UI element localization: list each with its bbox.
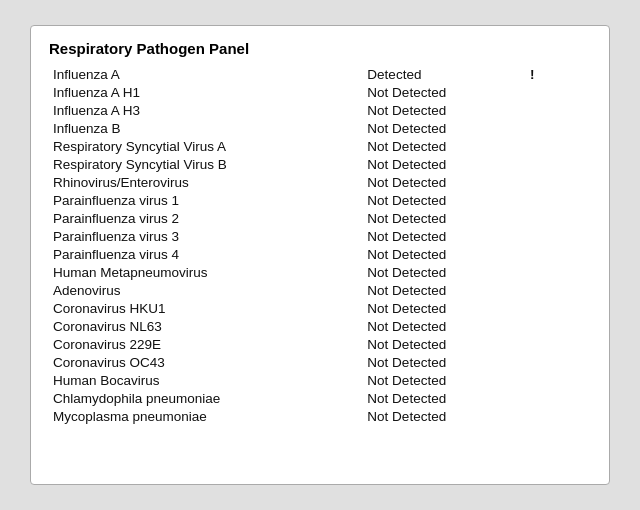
pathogen-name: Influenza A H1 [49,83,363,101]
pathogen-flag [526,263,591,281]
pathogen-flag [526,353,591,371]
panel-title: Respiratory Pathogen Panel [49,40,591,57]
pathogen-result: Not Detected [363,245,526,263]
pathogen-name: Coronavirus OC43 [49,353,363,371]
pathogen-result: Not Detected [363,155,526,173]
table-row: Human MetapneumovirusNot Detected [49,263,591,281]
pathogen-flag [526,407,591,425]
pathogen-name: Coronavirus HKU1 [49,299,363,317]
pathogen-name: Human Metapneumovirus [49,263,363,281]
pathogen-result: Not Detected [363,119,526,137]
pathogen-flag [526,173,591,191]
table-row: Coronavirus HKU1Not Detected [49,299,591,317]
pathogen-result: Not Detected [363,389,526,407]
table-row: Human BocavirusNot Detected [49,371,591,389]
pathogen-result: Not Detected [363,281,526,299]
table-row: Coronavirus 229ENot Detected [49,335,591,353]
table-row: Parainfluenza virus 1Not Detected [49,191,591,209]
pathogen-flag [526,371,591,389]
table-row: Respiratory Syncytial Virus BNot Detecte… [49,155,591,173]
pathogen-flag [526,101,591,119]
table-row: Parainfluenza virus 4Not Detected [49,245,591,263]
table-row: Influenza ADetected! [49,65,591,83]
pathogen-name: Parainfluenza virus 2 [49,209,363,227]
table-row: Chlamydophila pneumoniaeNot Detected [49,389,591,407]
table-row: Mycoplasma pneumoniaeNot Detected [49,407,591,425]
pathogen-name: Parainfluenza virus 4 [49,245,363,263]
pathogen-name: Parainfluenza virus 3 [49,227,363,245]
pathogen-flag [526,209,591,227]
pathogen-name: Human Bocavirus [49,371,363,389]
panel-container: Respiratory Pathogen Panel Influenza ADe… [30,25,610,485]
table-row: Rhinovirus/EnterovirusNot Detected [49,173,591,191]
table-row: Respiratory Syncytial Virus ANot Detecte… [49,137,591,155]
table-row: Influenza BNot Detected [49,119,591,137]
table-row: Parainfluenza virus 2Not Detected [49,209,591,227]
pathogen-flag [526,281,591,299]
pathogen-result: Not Detected [363,101,526,119]
pathogen-name: Respiratory Syncytial Virus B [49,155,363,173]
pathogen-flag: ! [526,65,591,83]
pathogen-result: Not Detected [363,137,526,155]
pathogen-flag [526,317,591,335]
table-row: Parainfluenza virus 3Not Detected [49,227,591,245]
pathogen-flag [526,155,591,173]
pathogen-flag [526,245,591,263]
pathogen-result: Not Detected [363,83,526,101]
pathogen-flag [526,389,591,407]
pathogen-name: Adenovirus [49,281,363,299]
pathogen-name: Influenza A H3 [49,101,363,119]
pathogen-flag [526,83,591,101]
pathogen-name: Mycoplasma pneumoniae [49,407,363,425]
table-row: Influenza A H1Not Detected [49,83,591,101]
pathogen-result: Not Detected [363,353,526,371]
pathogen-name: Coronavirus 229E [49,335,363,353]
pathogen-result: Not Detected [363,407,526,425]
pathogen-flag [526,191,591,209]
pathogen-flag [526,227,591,245]
pathogen-result: Not Detected [363,317,526,335]
table-row: Coronavirus OC43Not Detected [49,353,591,371]
pathogen-result: Not Detected [363,209,526,227]
pathogen-result: Not Detected [363,173,526,191]
pathogen-result: Not Detected [363,191,526,209]
pathogen-flag [526,137,591,155]
table-row: Coronavirus NL63Not Detected [49,317,591,335]
pathogen-result: Not Detected [363,227,526,245]
table-row: AdenovirusNot Detected [49,281,591,299]
panel-table: Influenza ADetected!Influenza A H1Not De… [49,65,591,425]
pathogen-name: Coronavirus NL63 [49,317,363,335]
pathogen-result: Not Detected [363,299,526,317]
pathogen-name: Respiratory Syncytial Virus A [49,137,363,155]
pathogen-name: Rhinovirus/Enterovirus [49,173,363,191]
pathogen-name: Chlamydophila pneumoniae [49,389,363,407]
table-row: Influenza A H3Not Detected [49,101,591,119]
pathogen-flag [526,119,591,137]
pathogen-name: Parainfluenza virus 1 [49,191,363,209]
pathogen-result: Not Detected [363,263,526,281]
pathogen-result: Detected [363,65,526,83]
pathogen-flag [526,335,591,353]
pathogen-result: Not Detected [363,335,526,353]
pathogen-flag [526,299,591,317]
pathogen-result: Not Detected [363,371,526,389]
pathogen-name: Influenza A [49,65,363,83]
pathogen-name: Influenza B [49,119,363,137]
